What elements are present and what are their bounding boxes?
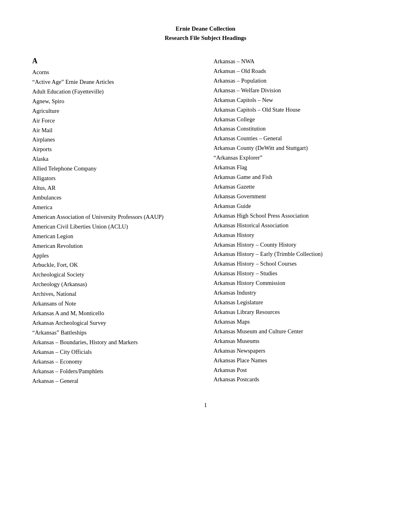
right-list-item: Arkansas – Old Roads	[214, 66, 379, 76]
left-list-item: Alaska	[32, 154, 197, 164]
right-list-item: Arkansas County (DeWitt and Stuttgart)	[214, 143, 379, 153]
left-list-item: American Association of University Profe…	[32, 212, 197, 222]
left-list-item: Allied Telephone Company	[32, 164, 197, 174]
right-list-item: Arkansas Legislature	[214, 298, 379, 308]
right-list-item: Arkansas Museums	[214, 337, 379, 346]
right-list-item: Arkansas Post	[214, 366, 379, 375]
page-header: Ernie Deane Collection Research File Sub…	[32, 24, 379, 42]
left-list-item: American Legion	[32, 232, 197, 241]
right-list-item: Arkansas College	[214, 115, 379, 125]
right-list-item: Arkansas Newspapers	[214, 346, 379, 356]
right-list-item: Arkansas History – Studies	[214, 269, 379, 278]
left-list-item: Arkansas A and M, Monticello	[32, 309, 197, 318]
left-list-item: Airplanes	[32, 135, 197, 145]
left-list-item: Apples	[32, 251, 197, 261]
left-list-item: Arkansas – General	[32, 376, 197, 386]
right-list-item: “Arkansas Explorer”	[214, 153, 379, 163]
right-list-item: Arkansas Government	[214, 192, 379, 202]
right-list-item: Arkansas Flag	[214, 163, 379, 172]
left-list-item: Agnew, Spiro	[32, 97, 197, 106]
left-items-list: Acorns“Active Age” Ernie Deane ArticlesA…	[32, 68, 197, 386]
left-list-item: Airports	[32, 145, 197, 154]
left-list-item: Arkansas – City Officials	[32, 347, 197, 357]
right-list-item: Arkansas – NWA	[214, 57, 379, 66]
right-list-item: Arkansas History – County History	[214, 240, 379, 250]
left-list-item: “Active Age” Ernie Deane Articles	[32, 77, 197, 87]
title-line2: Research File Subject Headings	[32, 33, 379, 43]
right-list-item: Arkansas History – School Courses	[214, 259, 379, 269]
left-list-item: Ambulances	[32, 193, 197, 203]
right-list-item: Arkansas Game and Fish	[214, 172, 379, 182]
left-list-item: Arkansas Archeological Survey	[32, 318, 197, 328]
right-list-item: Arkansas Museum and Culture Center	[214, 327, 379, 337]
right-list-item: Arkansas Maps	[214, 317, 379, 327]
right-list-item: Arkansas – Welfare Division	[214, 86, 379, 96]
left-list-item: America	[32, 203, 197, 212]
right-list-item: Arkansas History	[214, 231, 379, 240]
right-items-list: Arkansas – NWAArkansas – Old RoadsArkans…	[214, 57, 379, 384]
right-list-item: Arkansas Guide	[214, 202, 379, 211]
right-list-item: Arkansas High School Press Association	[214, 211, 379, 221]
right-list-item: Arkansas Historical Association	[214, 221, 379, 231]
right-list-item: Arkansas Place Names	[214, 356, 379, 366]
right-list-item: Arkansas Industry	[214, 288, 379, 298]
left-list-item: Arkansans of Note	[32, 299, 197, 309]
left-list-item: Archeological Society	[32, 270, 197, 280]
left-list-item: “Arkansas” Battleships	[32, 328, 197, 338]
left-column: A Acorns“Active Age” Ernie Deane Article…	[32, 57, 206, 386]
right-list-item: Arkansas Gazette	[214, 182, 379, 192]
page-number: 1	[32, 402, 379, 409]
title-line1: Ernie Deane Collection	[32, 24, 379, 33]
left-list-item: Archives, National	[32, 289, 197, 299]
right-list-item: Arkansas Constitution	[214, 124, 379, 134]
left-list-item: Altus, AR	[32, 183, 197, 193]
left-list-item: Arkansas – Economy	[32, 357, 197, 367]
right-list-item: Arkansas Counties – General	[214, 134, 379, 143]
left-list-item: American Revolution	[32, 241, 197, 251]
right-list-item: Arkansas Library Resources	[214, 308, 379, 317]
left-list-item: Archeology (Arkansas)	[32, 280, 197, 289]
right-list-item: Arkansas – Population	[214, 76, 379, 86]
left-list-item: Acorns	[32, 68, 197, 77]
section-letter-a: A	[32, 57, 197, 65]
left-list-item: Arbuckle, Fort, OK	[32, 260, 197, 270]
right-list-item: Arkansas Capitols – Old State House	[214, 105, 379, 115]
left-list-item: Arkansas – Boundaries, History and Marke…	[32, 338, 197, 347]
right-list-item: Arkansas Postcards	[214, 375, 379, 384]
right-column: Arkansas – NWAArkansas – Old RoadsArkans…	[206, 57, 379, 384]
right-list-item: Arkansas History Commission	[214, 278, 379, 288]
left-list-item: Alligators	[32, 174, 197, 183]
columns-container: A Acorns“Active Age” Ernie Deane Article…	[32, 57, 379, 386]
right-list-item: Arkansas History – Early (Trimble Collec…	[214, 249, 379, 259]
left-list-item: Air Mail	[32, 126, 197, 135]
left-list-item: Adult Education (Fayetteville)	[32, 87, 197, 97]
left-list-item: American Civil Liberties Union (ACLU)	[32, 222, 197, 232]
left-list-item: Agriculture	[32, 106, 197, 116]
right-list-item: Arkansas Capitols – New	[214, 96, 379, 105]
left-list-item: Air Force	[32, 116, 197, 126]
left-list-item: Arkansas – Folders/Pamphlets	[32, 367, 197, 376]
